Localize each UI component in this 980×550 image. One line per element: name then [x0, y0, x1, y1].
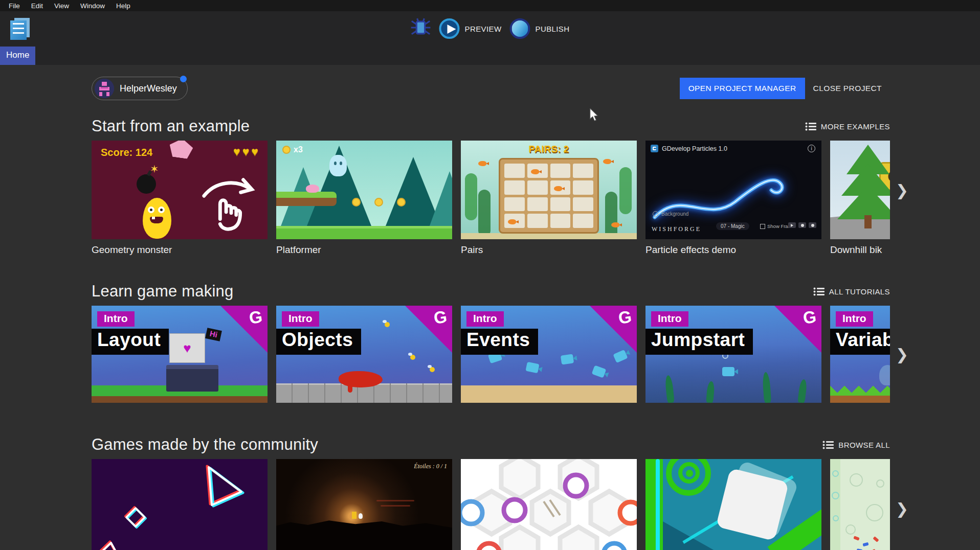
faint-text-line: [376, 500, 414, 501]
coin: [374, 198, 383, 207]
tutorial-title: Objects: [276, 329, 361, 355]
sand: [461, 233, 637, 239]
tutorial-title: Events: [461, 329, 538, 355]
blue-fish: [722, 367, 734, 376]
menu-window[interactable]: Window: [75, 2, 110, 10]
caption-geometry-monster[interactable]: Geometry monster: [92, 244, 268, 256]
radio-icon: [653, 211, 658, 217]
blue-creature: [561, 354, 574, 364]
page-front-shape: [10, 20, 27, 40]
tutorials-row: G Hi Intro Layout G Intro Objects: [92, 306, 890, 403]
chevron-right-icon[interactable]: [896, 181, 908, 199]
caption-platformer[interactable]: Platformer: [276, 244, 452, 256]
tutorial-card-jumpstart[interactable]: G Intro Jumpstart: [645, 306, 821, 403]
seaweed: [465, 173, 477, 220]
dirt: [92, 396, 268, 403]
browse-all-link[interactable]: BROWSE ALL: [822, 441, 890, 449]
editor-window: [169, 333, 205, 363]
preview-button[interactable]: PREVIEW: [439, 18, 502, 39]
dirt: [830, 395, 890, 403]
open-project-manager-button[interactable]: OPEN PROJECT MANAGER: [680, 78, 805, 99]
browse-all-label: BROWSE ALL: [838, 441, 890, 449]
tutorial-card-variables[interactable]: G +1 Intro Variab: [830, 306, 890, 403]
community-row: Étoiles : 0 / 1: [92, 459, 890, 550]
coin: [397, 198, 406, 207]
menu-bar: File Edit View Window Help: [0, 0, 980, 11]
debug-bug-icon[interactable]: [411, 17, 431, 40]
hi-sign: Hi: [205, 328, 222, 341]
cyan-stripe: [656, 459, 660, 550]
blue-creature: [592, 365, 607, 378]
tutorial-card-events[interactable]: G Intro Events: [461, 306, 637, 403]
social-icons: [788, 222, 816, 228]
chevron-right-icon[interactable]: [896, 346, 908, 363]
example-card-platformer[interactable]: x3: [276, 141, 452, 239]
red-sprite: [873, 536, 879, 542]
tab-home[interactable]: Home: [0, 47, 35, 65]
example-card-pairs[interactable]: PAIRS: 2: [461, 141, 637, 239]
ground-silhouette: [276, 512, 452, 550]
monster: [143, 198, 171, 239]
publish-label: PUBLISH: [535, 25, 569, 33]
score-text: Score: 124: [101, 147, 152, 158]
fish: [603, 159, 611, 164]
all-tutorials-link[interactable]: ALL TUTORIALS: [813, 287, 890, 296]
community-section-title: Games made by the community: [92, 436, 318, 454]
community-card-night-scene[interactable]: Étoiles : 0 / 1: [276, 459, 452, 550]
caption-downhill[interactable]: Downhill bik: [830, 244, 890, 256]
ghost-echo: [879, 365, 890, 385]
username: HelperWesley: [120, 83, 177, 94]
playlist-icon: [822, 441, 834, 449]
globe-icon: [509, 18, 530, 39]
ground: [276, 226, 452, 239]
menu-help[interactable]: Help: [110, 2, 136, 10]
stars-counter: Étoiles : 0 / 1: [414, 463, 447, 470]
examples-section-title: Start from an example: [92, 117, 250, 135]
examples-row: Score: 124 ♥♥♥: [92, 141, 890, 239]
menu-view[interactable]: View: [49, 2, 75, 10]
tab-bar: Home: [0, 46, 980, 65]
tutorial-card-layout[interactable]: G Hi Intro Layout: [92, 306, 268, 403]
cyan-ring: [832, 492, 839, 499]
gdevelop-logo: G: [248, 307, 264, 328]
menu-file[interactable]: File: [3, 2, 26, 10]
platform: [276, 192, 337, 206]
user-chip[interactable]: HelperWesley: [92, 77, 188, 100]
caption-particle-effects[interactable]: Particle effects demo: [645, 244, 821, 256]
close-project-button[interactable]: CLOSE PROJECT: [805, 78, 890, 99]
project-manager-icon[interactable]: [8, 16, 34, 41]
faint-text-line: [381, 505, 410, 507]
coin-counter: x3: [282, 145, 303, 154]
community-card-teal-abstract[interactable]: [645, 459, 821, 550]
neon-shapes: [92, 459, 268, 550]
example-card-geometry-monster[interactable]: Score: 124 ♥♥♥: [92, 141, 268, 239]
objects-panel: [166, 365, 218, 392]
bubble: [845, 524, 856, 535]
playlist-icon: [813, 287, 825, 296]
community-card-hexagons[interactable]: [461, 459, 637, 550]
bee: [430, 367, 435, 372]
tutorial-card-objects[interactable]: G Intro Objects: [276, 306, 452, 403]
playlist-icon: [805, 122, 816, 131]
twitter-icon: [798, 222, 806, 228]
fish: [611, 222, 619, 227]
caption-pairs[interactable]: Pairs: [461, 244, 637, 256]
publish-button[interactable]: PUBLISH: [509, 18, 569, 39]
menu-edit[interactable]: Edit: [26, 2, 49, 10]
tutorials-section-title: Learn game making: [92, 282, 233, 301]
example-card-downhill-bike[interactable]: G: [830, 141, 890, 239]
blue-sprite: [862, 542, 868, 547]
community-card-bubbles[interactable]: [830, 459, 890, 550]
more-examples-link[interactable]: MORE EXAMPLES: [805, 122, 890, 131]
home-page: HelperWesley OPEN PROJECT MANAGER CLOSE …: [0, 77, 980, 550]
notification-dot-icon: [180, 76, 187, 82]
topbar-row: HelperWesley OPEN PROJECT MANAGER CLOSE …: [92, 77, 890, 100]
fish: [554, 186, 562, 191]
tiny-character: [352, 512, 357, 519]
chevron-right-icon[interactable]: [896, 499, 908, 517]
community-card-neon-shapes[interactable]: [92, 459, 268, 550]
seaweed: [605, 192, 617, 239]
example-card-particle-effects[interactable]: GDevelop Particles 1.0 Background WISHFO…: [645, 141, 821, 239]
gdevelop-logo: G: [433, 307, 449, 328]
toolbar: PREVIEW PUBLISH: [0, 11, 980, 46]
